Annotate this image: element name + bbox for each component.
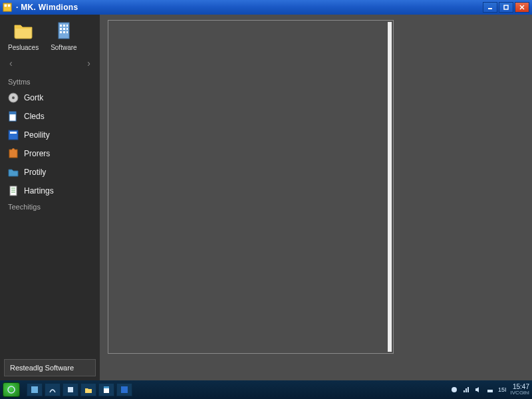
maximize-button[interactable] [499,2,513,13]
task-icon [102,386,110,394]
svg-rect-9 [60,28,62,30]
svg-point-22 [12,148,15,151]
taskbar-item-2[interactable] [45,383,61,396]
svg-rect-18 [9,112,16,114]
svg-rect-10 [63,28,65,30]
minimize-icon [487,5,493,10]
taskbar-items [23,383,132,396]
start-button[interactable] [3,382,20,397]
page-icon [8,186,19,196]
start-icon [7,386,15,394]
task-icon [31,386,39,394]
svg-rect-25 [31,386,38,393]
sidebar-item-label: Protily [24,168,46,177]
svg-rect-3 [488,8,492,9]
close-icon [519,5,525,10]
sidebar-item-label: Prorers [24,149,50,158]
sidebar-top-pesluaces[interactable]: Pesluaces [8,20,39,51]
content-pane [108,20,394,354]
svg-rect-6 [60,25,62,27]
sidebar-item-label: Gortk [24,93,43,102]
content-area [100,15,532,380]
window-controls [483,2,529,13]
task-icon [66,386,74,394]
window-title: · MK. Wimdions [16,3,483,12]
taskbar-item-3[interactable] [63,383,78,396]
sidebar-item-cleds[interactable]: Cleds [0,107,100,126]
task-icon [49,386,57,394]
svg-rect-2 [8,5,11,7]
svg-rect-13 [63,31,65,33]
sidebar-top-label: Software [51,44,76,51]
svg-rect-11 [66,28,68,30]
svg-point-24 [8,386,15,393]
titlebar: · MK. Wimdions [0,0,532,15]
svg-rect-28 [104,386,109,388]
cd-icon [8,92,19,103]
sidebar-section-label: Syttms [0,75,100,88]
tray-icon-2[interactable] [462,386,470,394]
taskbar-item-5[interactable] [98,383,114,396]
svg-rect-8 [66,25,68,27]
task-icon [120,386,128,394]
sidebar-item-label: Peoility [24,130,50,140]
sidebar-item-hartings[interactable]: Hartings [0,182,100,200]
tray-text: 15I [498,386,507,393]
sidebar-top-icons: Pesluaces Software [0,15,100,54]
task-icon [84,386,92,394]
svg-rect-20 [10,132,17,134]
taskbar-item-4[interactable] [80,383,96,396]
sidebar-spacer [0,213,100,355]
svg-rect-29 [121,386,128,393]
svg-rect-23 [10,186,17,196]
svg-rect-26 [68,387,73,392]
tray-volume-icon[interactable] [474,386,482,394]
tray-network-icon[interactable] [486,386,494,394]
sidebar-item-protily[interactable]: Protily [0,163,100,182]
svg-rect-1 [5,5,7,7]
folder-icon [13,20,34,41]
maximize-icon [503,5,509,10]
app-icon [3,3,12,12]
svg-point-30 [452,387,457,392]
sidebar-item-label: Hartings [24,186,54,196]
taskbar-item-1[interactable] [27,383,43,396]
app-icon [8,130,19,140]
taskbar: 15I 15:47 IVCGthI [0,380,532,399]
minimize-button[interactable] [483,2,497,13]
sidebar-item-gortk[interactable]: Gortk [0,88,100,107]
svg-rect-31 [487,390,493,392]
svg-rect-14 [66,31,68,33]
tray-icon-1[interactable] [450,386,458,394]
svg-rect-12 [60,31,62,33]
close-button[interactable] [515,2,529,13]
sidebar: Pesluaces Software ‹ › Syttms Gortk [0,15,100,380]
svg-rect-4 [504,5,508,9]
restart-software-button[interactable]: Resteadlg Software [4,359,96,376]
sidebar-top-software[interactable]: Software [51,20,76,51]
nav-arrows: ‹ › [0,54,100,75]
clock-date: IVCGthI [511,390,529,396]
taskbar-clock[interactable]: 15:47 IVCGthI [511,384,532,396]
sidebar-section-label-2: Teechitigs [0,200,100,213]
sidebar-top-label: Pesluaces [8,44,39,51]
nav-back-button[interactable]: ‹ [9,58,13,68]
folder-blue-icon [8,167,19,178]
building-icon [53,20,74,41]
sidebar-list: Gortk Cleds Peoility Prorers Protily Har… [0,88,100,200]
svg-rect-7 [63,25,65,27]
svg-point-16 [12,96,15,99]
sidebar-item-peoility[interactable]: Peoility [0,126,100,144]
taskbar-item-6[interactable] [116,383,132,396]
sidebar-item-prorers[interactable]: Prorers [0,144,100,163]
puzzle-icon [8,148,19,159]
main-container: Pesluaces Software ‹ › Syttms Gortk [0,15,532,380]
doc-blue-icon [8,111,19,122]
sidebar-item-label: Cleds [24,112,45,121]
nav-forward-button[interactable]: › [87,58,90,68]
system-tray: 15I [446,386,511,394]
